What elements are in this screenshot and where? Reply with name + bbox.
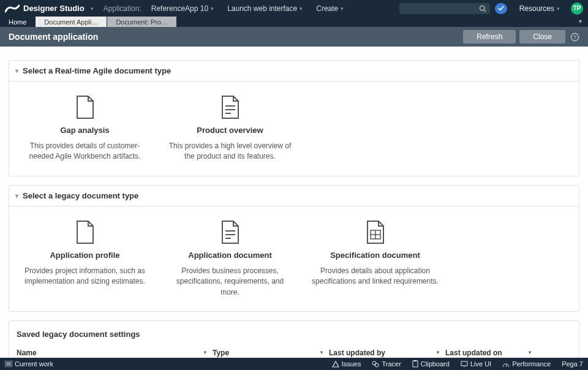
search-icon: [479, 5, 486, 12]
tile-specification-document[interactable]: Specification document Provides details …: [306, 220, 445, 298]
section-agile-title: Select a Real-time Agile document type: [23, 66, 171, 75]
chevron-down-icon: ▾: [15, 67, 18, 74]
refresh-button[interactable]: Refresh: [463, 30, 516, 43]
document-icon: [15, 220, 154, 244]
liveui-icon: [461, 361, 468, 367]
tile-title: Application profile: [15, 251, 154, 260]
logo-icon: [5, 4, 20, 13]
column-updated-by-label: Last updated by: [329, 349, 385, 357]
chevron-down-icon[interactable]: ▾: [91, 6, 94, 12]
sort-icon: ▼: [319, 350, 324, 355]
column-name-label: Name: [17, 349, 37, 357]
tile-desc: Provides business processes, specificati…: [160, 266, 300, 298]
resources-menu[interactable]: Resources ▾: [519, 4, 560, 13]
pega-version: Pega 7: [562, 360, 583, 368]
sort-icon: ▼: [203, 350, 208, 355]
chevron-down-icon: ▾: [300, 6, 303, 12]
avatar[interactable]: TP: [571, 2, 583, 15]
page-title: Document application: [9, 32, 98, 42]
bottom-bar: Current work Issues Tracer Clipboard Liv…: [0, 358, 588, 370]
content-area: ▾ Select a Real-time Agile document type…: [0, 47, 588, 358]
gauge-icon: [502, 361, 510, 368]
tile-title: Product overview: [160, 126, 300, 135]
tile-desc: This provides a high level overview of t…: [160, 141, 300, 162]
table-header: Name ▼ Type ▼ Last updated by ▼ Last upd…: [17, 349, 571, 358]
tracer-button[interactable]: Tracer: [372, 360, 401, 368]
section-legacy-body: Application profile Provides project inf…: [9, 206, 579, 311]
tile-application-document[interactable]: Application document Provides business p…: [160, 220, 300, 298]
sort-icon: ▼: [527, 350, 532, 355]
tile-title: Gap analysis: [15, 126, 154, 135]
svg-rect-21: [461, 361, 467, 366]
svg-rect-19: [413, 361, 418, 367]
tile-gap-analysis[interactable]: Gap analysis This provides details of cu…: [15, 95, 154, 162]
document-icon: [15, 95, 154, 119]
tile-application-profile[interactable]: Application profile Provides project inf…: [15, 220, 154, 298]
section-legacy-title: Select a legacy document type: [23, 191, 138, 200]
tile-desc: Provides details about application speci…: [306, 266, 445, 287]
launch-menu[interactable]: Launch web interface ▾: [224, 4, 306, 13]
tile-desc: Provides project information, such as im…: [15, 266, 154, 287]
liveui-button[interactable]: Live UI: [461, 360, 491, 368]
document-lines-icon: [160, 220, 300, 244]
svg-point-0: [480, 6, 484, 10]
chevron-down-icon: ▾: [341, 6, 344, 12]
tile-product-overview[interactable]: Product overview This provides a high le…: [160, 95, 300, 162]
svg-line-1: [484, 10, 486, 12]
section-agile-header[interactable]: ▾ Select a Real-time Agile document type: [9, 61, 579, 81]
help-icon[interactable]: ?: [570, 32, 579, 42]
tile-desc: This provides details of customer-needed…: [15, 141, 154, 162]
create-menu[interactable]: Create ▾: [312, 4, 347, 13]
tab-home[interactable]: Home: [0, 17, 36, 27]
liveui-label: Live UI: [470, 360, 491, 368]
tile-title: Application document: [160, 251, 300, 260]
chevron-down-icon: ▾: [557, 6, 560, 12]
list-icon: [5, 361, 12, 367]
column-updated-on[interactable]: Last updated on ▼: [445, 349, 537, 357]
brand-title: Designer Studio: [23, 4, 85, 13]
column-updated-by[interactable]: Last updated by ▼: [329, 349, 445, 357]
document-lines-icon: [160, 95, 300, 119]
issues-button[interactable]: Issues: [332, 360, 361, 368]
svg-point-18: [375, 363, 379, 367]
tracer-icon: [372, 361, 379, 368]
launch-label: Launch web interface: [227, 4, 297, 13]
document-grid-icon: [306, 220, 445, 244]
column-updated-on-label: Last updated on: [445, 349, 502, 357]
clipboard-button[interactable]: Clipboard: [412, 360, 450, 368]
column-name[interactable]: Name ▼: [17, 349, 213, 357]
tab-bar: Home Document Appli… Document: Pro… ▾: [0, 17, 588, 27]
svg-text:?: ?: [573, 34, 576, 40]
check-in-button[interactable]: [495, 3, 507, 14]
performance-button[interactable]: Performance: [502, 360, 551, 368]
warning-icon: [332, 361, 339, 368]
logo: Designer Studio ▾: [5, 4, 94, 13]
current-work-button[interactable]: Current work: [5, 360, 53, 368]
svg-line-23: [506, 364, 507, 367]
application-picker[interactable]: ReferenceApp 10 ▾: [148, 4, 217, 13]
tile-title: Specification document: [306, 251, 445, 260]
subheader: Document application Refresh Close ?: [0, 27, 588, 47]
close-button[interactable]: Close: [519, 30, 565, 43]
clipboard-icon: [412, 360, 418, 368]
create-label: Create: [316, 4, 338, 13]
tab-document-application[interactable]: Document Appli…: [36, 17, 107, 27]
tracer-label: Tracer: [382, 360, 401, 368]
application-name: ReferenceApp 10: [151, 4, 208, 13]
application-label: Application:: [100, 4, 145, 13]
chevron-down-icon[interactable]: ▾: [579, 18, 582, 25]
chevron-down-icon: ▾: [15, 192, 18, 199]
sort-icon: ▼: [435, 350, 440, 355]
section-agile-body: Gap analysis This provides details of cu…: [9, 81, 579, 176]
column-type[interactable]: Type ▼: [213, 349, 329, 357]
section-legacy: ▾ Select a legacy document type Applicat…: [9, 185, 579, 312]
tab-document-pro[interactable]: Document: Pro…: [107, 17, 176, 27]
saved-settings: Saved legacy document settings Name ▼ Ty…: [9, 320, 579, 358]
section-legacy-header[interactable]: ▾ Select a legacy document type: [9, 186, 579, 206]
saved-settings-title: Saved legacy document settings: [17, 330, 571, 339]
search-input[interactable]: [399, 3, 490, 14]
clipboard-label: Clipboard: [421, 360, 450, 368]
column-type-label: Type: [213, 349, 229, 357]
current-work-label: Current work: [15, 360, 53, 368]
svg-rect-20: [414, 360, 417, 361]
